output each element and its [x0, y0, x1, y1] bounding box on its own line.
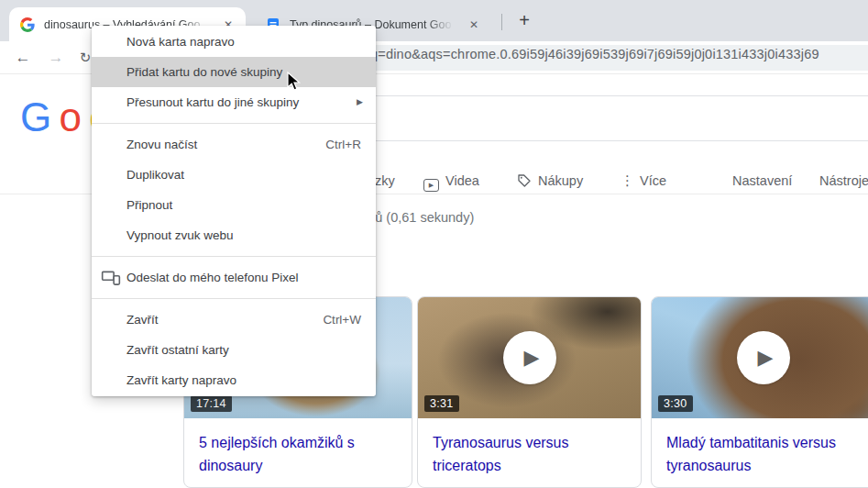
cursor-icon: [287, 72, 302, 92]
video-title-link[interactable]: Tyranosaurus versus triceratops: [433, 431, 626, 477]
logo-letter: o: [59, 94, 79, 139]
menu-shortcut: Ctrl+W: [323, 305, 361, 335]
menu-item-label: Znovu načíst: [126, 138, 197, 151]
tab-separator: [501, 14, 502, 30]
video-thumbnail[interactable]: ▶ 3:30: [652, 297, 868, 418]
new-tab-button[interactable]: +: [511, 8, 537, 34]
video-card[interactable]: ▶ 3:30 Mladý tambatitanis versus tyranos…: [651, 296, 868, 488]
menu-item-mute-site[interactable]: Vypnout zvuk webu: [92, 220, 376, 250]
tab-videos-label: Videa: [445, 173, 479, 188]
play-icon[interactable]: ▶: [503, 331, 556, 384]
menu-item-label: Odeslat do mého telefonu Pixel: [126, 271, 299, 284]
menu-item-new-tab-right[interactable]: Nová karta napravo: [92, 27, 376, 57]
video-duration: 3:31: [424, 395, 459, 412]
results-stats: ků (0,61 sekundy): [368, 210, 474, 225]
video-card[interactable]: ▶ 3:31 Tyranosaurus versus triceratops: [417, 296, 642, 488]
submenu-arrow-icon: ▶: [357, 87, 363, 117]
video-thumbnail[interactable]: ▶ 3:31: [418, 297, 641, 418]
play-icon[interactable]: ▶: [737, 331, 790, 384]
menu-item-close[interactable]: Zavřít Ctrl+W: [92, 305, 376, 335]
menu-item-label: Zavřít: [126, 313, 159, 327]
menu-separator: [92, 298, 376, 299]
back-icon[interactable]: ←: [11, 46, 35, 70]
shopping-tag-icon: [517, 173, 532, 188]
url-text[interactable]: q=dino&aqs=chrome.0.69i59j46i39j69i539j6…: [370, 47, 819, 61]
menu-item-close-other-tabs[interactable]: Zavřít ostatní karty: [92, 335, 376, 365]
browser-window: dinosaurus – Vyhledávání Goo ✕ Typ dinos…: [0, 0, 868, 488]
tab-shopping-label: Nákupy: [538, 173, 583, 188]
video-duration: 17:14: [191, 395, 232, 412]
menu-item-close-tabs-right[interactable]: Zavřít karty napravo: [92, 365, 376, 395]
menu-item-add-tab-to-new-group[interactable]: Přidat kartu do nové skupiny: [92, 57, 376, 87]
menu-item-pin[interactable]: Připnout: [92, 190, 376, 220]
video-title-link[interactable]: 5 nejlepších okamžiků s dinosaury: [199, 431, 397, 477]
menu-separator: [92, 256, 376, 257]
menu-item-duplicate[interactable]: Duplikovat: [92, 160, 376, 190]
send-to-device-icon: [101, 271, 121, 285]
settings-link[interactable]: Nastavení: [732, 167, 792, 194]
video-icon: ▶: [423, 179, 439, 192]
tab-context-menu: Nová karta napravo Přidat kartu do nové …: [92, 26, 376, 396]
menu-item-label: Přesunout kartu do jiné skupiny: [126, 95, 299, 109]
close-icon[interactable]: ✕: [466, 17, 482, 33]
forward-icon: →: [44, 46, 68, 70]
video-title-link[interactable]: Mladý tambatitanis versus tyranosaurus: [666, 431, 860, 477]
logo-letter: G: [20, 94, 49, 139]
tab-more[interactable]: ⋮Více: [621, 167, 666, 194]
menu-item-send-to-pixel[interactable]: Odeslat do mého telefonu Pixel: [92, 262, 376, 293]
more-icon: ⋮: [621, 167, 634, 194]
menu-shortcut: Ctrl+R: [325, 129, 361, 160]
menu-separator: [92, 123, 376, 124]
menu-item-reload[interactable]: Znovu načíst Ctrl+R: [92, 129, 376, 160]
tab-more-label: Více: [640, 173, 666, 188]
tab-videos[interactable]: ▶Videa: [423, 167, 479, 194]
tab-shopping[interactable]: Nákupy: [517, 167, 583, 194]
google-g-icon: [20, 17, 35, 32]
menu-item-move-tab-to-group[interactable]: Přesunout kartu do jiné skupiny ▶: [92, 87, 376, 117]
tools-link[interactable]: Nástroje: [819, 167, 868, 194]
video-duration: 3:30: [658, 395, 693, 412]
